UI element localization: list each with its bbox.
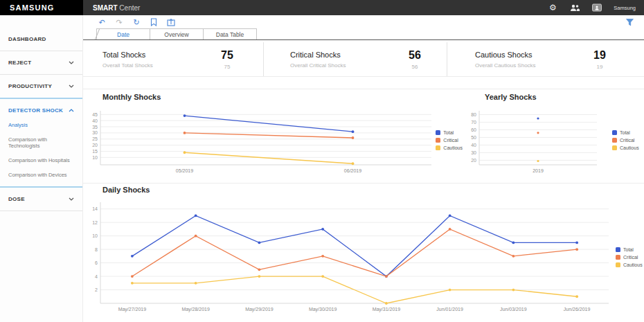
legend-swatch: [616, 247, 620, 252]
chart-title: Monthly Shocks: [102, 93, 463, 101]
svg-text:Jun/01/2019: Jun/01/2019: [436, 307, 463, 312]
tab-data-table[interactable]: Data Table: [203, 28, 257, 39]
legend-swatch: [436, 130, 440, 135]
sidebar-item-dose[interactable]: DOSE: [0, 192, 82, 206]
legend-item-critical[interactable]: Critical: [616, 255, 643, 260]
sidebar-item-dashboard[interactable]: DASHBOARD: [0, 32, 82, 46]
refresh-icon[interactable]: ↻: [132, 17, 141, 27]
sidebar-item-analysis[interactable]: Analysis: [0, 118, 82, 132]
legend-item-total[interactable]: Total: [436, 130, 463, 135]
chevron-up-icon: [69, 109, 74, 112]
badge-icon[interactable]: [591, 3, 602, 12]
legend-label: Cautious: [620, 145, 639, 150]
sidebar-item-label: PRODUCTIVITY: [8, 83, 52, 89]
sidebar-item-comparison-hospitals[interactable]: Comparison with Hospitals: [0, 153, 82, 168]
svg-text:May/28/2019: May/28/2019: [181, 307, 210, 312]
logo-text: SAMSUNG: [10, 3, 55, 12]
svg-text:50: 50: [471, 135, 476, 140]
export-icon-glyph: [167, 18, 175, 26]
legend-swatch: [616, 262, 620, 267]
svg-text:25: 25: [92, 136, 98, 141]
sidebar-divider: [0, 74, 82, 75]
svg-text:May/29/2019: May/29/2019: [245, 307, 274, 312]
users-icon[interactable]: [569, 3, 580, 12]
export-icon[interactable]: [166, 17, 176, 27]
legend-item-cautious[interactable]: Cautious: [436, 145, 463, 150]
legend-item-total[interactable]: Total: [612, 130, 639, 135]
sidebar-item-productivity[interactable]: PRODUCTIVITY: [0, 79, 82, 93]
legend-item-cautious[interactable]: Cautious: [616, 262, 643, 267]
user-account-label[interactable]: Samsung: [614, 5, 636, 11]
gear-icon[interactable]: ⚙: [547, 3, 558, 12]
legend-swatch: [612, 130, 617, 135]
svg-text:14: 14: [92, 206, 98, 211]
chevron-down-icon: [69, 61, 74, 64]
monthly-shocks-panel: Monthly Shocks 101520253035404505/201906…: [89, 93, 463, 175]
tab-overview[interactable]: Overview: [150, 28, 204, 39]
svg-text:05/2019: 05/2019: [176, 168, 193, 173]
section-divider: [83, 183, 644, 184]
daily-shocks-chart: 2468101214May/27/2019May/28/2019May/29/2…: [89, 198, 611, 316]
sidebar-item-label: REJECT: [8, 60, 31, 66]
legend-label: Critical: [620, 138, 634, 143]
svg-text:May/30/2019: May/30/2019: [309, 307, 337, 312]
svg-text:70: 70: [471, 120, 476, 125]
bookmark-icon[interactable]: [149, 17, 159, 27]
tab-date[interactable]: Date: [96, 28, 150, 39]
yearly-shocks-panel: Yearly Shocks 203040506070802019 TotalCr…: [463, 93, 644, 175]
sidebar-divider-accent: [0, 186, 82, 188]
topbar: SAMSUNG SMART Center ⚙ Samsung: [0, 0, 644, 15]
app-title-bold: SMART: [93, 4, 118, 12]
svg-text:30: 30: [471, 150, 476, 155]
app-title-rest: Center: [119, 4, 140, 12]
stat-sublabel: Overall Critical Shocks: [290, 62, 394, 69]
bookmark-icon-glyph: [150, 18, 157, 26]
svg-text:45: 45: [92, 112, 98, 117]
sidebar-item-label: DASHBOARD: [8, 36, 46, 42]
svg-text:6: 6: [95, 260, 98, 265]
svg-text:May/27/2019: May/27/2019: [118, 307, 147, 312]
svg-text:12: 12: [92, 220, 98, 225]
redo-icon[interactable]: ↷: [114, 17, 124, 27]
tab-bar: Date Overview Data Table: [83, 28, 644, 40]
svg-text:20: 20: [471, 158, 476, 163]
svg-text:40: 40: [92, 118, 98, 123]
stat-value: 19: [579, 49, 620, 62]
legend-item-total[interactable]: Total: [616, 247, 643, 252]
legend-swatch: [436, 138, 440, 143]
sidebar-item-comparison-devices[interactable]: Comparison with Devices: [0, 168, 82, 182]
users-icon-glyph: [570, 4, 580, 12]
sidebar-item-detector-shock[interactable]: DETECTOR SHOCK: [0, 103, 82, 118]
stat-sublabel: Overall Cautious Shocks: [475, 62, 579, 69]
svg-text:06/2019: 06/2019: [344, 168, 361, 173]
stat-cautious-shocks: Cautious Shocks Overall Cautious Shocks …: [447, 42, 644, 76]
legend-label: Cautious: [443, 145, 463, 150]
svg-text:4: 4: [95, 274, 98, 279]
svg-text:15: 15: [92, 149, 98, 154]
badge-icon-glyph: [592, 3, 602, 12]
sidebar-item-comparison-technologists[interactable]: Comparison with Technologists: [0, 132, 82, 153]
stat-value: 75: [206, 49, 248, 62]
stat-sublabel: Overall Total Shocks: [102, 62, 206, 69]
sidebar-item-reject[interactable]: REJECT: [0, 55, 82, 70]
legend-swatch: [612, 145, 617, 150]
legend-item-cautious[interactable]: Cautious: [612, 145, 639, 150]
sidebar-item-label: DOSE: [8, 196, 25, 202]
svg-text:40: 40: [471, 143, 476, 147]
stat-label: Total Shocks: [102, 51, 206, 59]
sidebar-divider-accent: [0, 98, 82, 99]
daily-shocks-panel: Daily Shocks 2468101214May/27/2019May/28…: [89, 186, 643, 316]
filter-icon-glyph: [626, 19, 634, 26]
legend-item-critical[interactable]: Critical: [436, 138, 463, 143]
chart-legend: TotalCriticalCautious: [612, 130, 639, 150]
legend-item-critical[interactable]: Critical: [612, 138, 639, 143]
stats-row: Total Shocks Overall Total Shocks 75 75 …: [83, 42, 644, 77]
stat-subvalue: 56: [394, 64, 436, 70]
legend-label: Total: [443, 130, 454, 135]
chart-legend: TotalCriticalCautious: [616, 247, 643, 267]
undo-icon[interactable]: ↶: [97, 17, 107, 27]
chart-title: Daily Shocks: [102, 186, 643, 194]
stat-total-shocks: Total Shocks Overall Total Shocks 75 75: [83, 42, 263, 76]
filter-icon[interactable]: [625, 17, 634, 27]
legend-swatch: [616, 255, 620, 260]
